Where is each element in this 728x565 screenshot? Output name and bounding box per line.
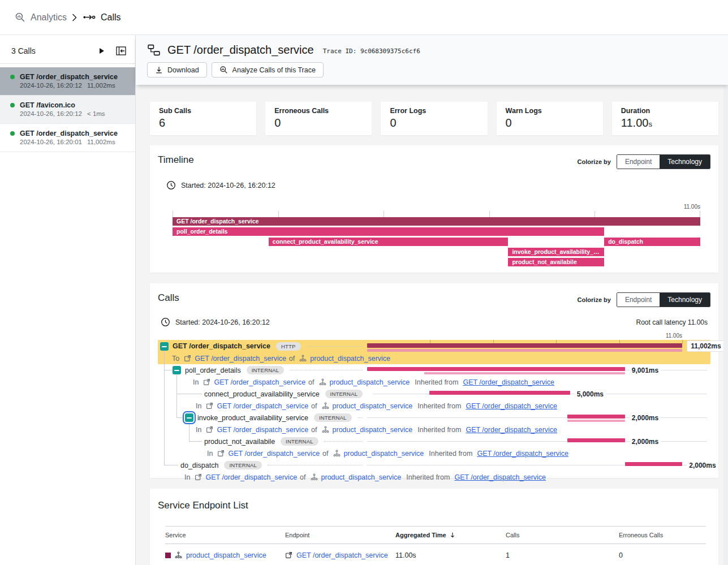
call-row-name-area: invoke_product_availability_serviceINTER… — [158, 412, 367, 424]
call-list-item[interactable]: GET /favicon.ico2024-10-26, 16:20:12< 1m… — [0, 95, 135, 124]
inherited-from-link[interactable]: GET /order_dispatch_service — [466, 426, 557, 434]
column-label: Endpoint — [285, 532, 309, 538]
latency-chart: 2,000ms — [367, 412, 710, 424]
latency-label: 2,000ms — [630, 437, 661, 446]
breadcrumb-analytics[interactable]: Analytics — [31, 12, 67, 23]
column-header-calls[interactable]: Calls — [506, 532, 619, 538]
column-header-endpoint[interactable]: Endpoint — [285, 532, 395, 538]
colorize-option-endpoint[interactable]: Endpoint — [617, 293, 660, 307]
calls-cell: 1 — [506, 551, 619, 559]
call-row[interactable]: connect_product_availability_serviceINTE… — [158, 388, 710, 412]
collapse-toggle[interactable] — [173, 366, 181, 374]
latency-bar — [567, 415, 624, 419]
sidebar-header: 3 Calls — [0, 35, 135, 64]
endpoint-link[interactable]: GET /order_dispatch_service — [296, 551, 388, 559]
inherited-from-link[interactable]: GET /order_dispatch_service — [477, 450, 568, 458]
endpoint-link[interactable]: GET /order_dispatch_service — [217, 426, 308, 434]
stat-label: Error Logs — [390, 107, 478, 115]
service-link[interactable]: product_dispatch_service — [321, 473, 402, 481]
latency-bar-area — [367, 459, 682, 471]
call-list-item[interactable]: GET /order_dispatch_service2024-10-26, 1… — [0, 124, 135, 152]
breadcrumb-calls[interactable]: Calls — [101, 12, 121, 23]
collapse-toggle[interactable] — [160, 342, 169, 351]
call-row[interactable]: product_not_availabileINTERNAL2,000msInG… — [158, 435, 710, 459]
relation-of-label: of — [300, 473, 305, 481]
root-call-latency: Root call latency 11.00s — [636, 318, 708, 326]
call-row[interactable]: poll_order_detailsINTERNAL9,001msInGET /… — [158, 364, 710, 388]
table-row: product_dispatch_serviceGET /order_dispa… — [165, 544, 706, 565]
call-row[interactable]: do_dispatchINTERNAL2,000msInGET /order_d… — [158, 459, 710, 483]
download-button[interactable]: Download — [147, 62, 207, 77]
call-row-relation: InGET /order_dispatch_serviceofproduct_d… — [158, 471, 710, 483]
stats-row: Sub Calls6Erroneous Calls0Error Logs0War… — [150, 102, 718, 135]
column-header-aggregated-time[interactable]: Aggregated Time — [395, 532, 506, 538]
inherited-from-link[interactable]: GET /order_dispatch_service — [466, 402, 557, 410]
call-list-item[interactable]: GET /order_dispatch_service2024-10-26, 1… — [0, 67, 135, 95]
call-row[interactable]: GET /order_dispatch_serviceHTTP11,002msT… — [158, 340, 710, 364]
call-item-timestamp: 2024-10-26, 16:20:12 — [20, 110, 82, 117]
call-item-duration: < 1ms — [87, 110, 105, 117]
service-link[interactable]: product_dispatch_service — [310, 355, 390, 363]
aggregated-time-cell: 11.00s — [395, 551, 506, 559]
column-header-service[interactable]: Service — [165, 532, 285, 538]
minus-icon — [174, 370, 179, 371]
status-dot-icon — [10, 103, 15, 107]
download-icon — [155, 66, 163, 74]
service-icon — [319, 378, 326, 386]
relation-of-label: of — [322, 450, 328, 458]
tree-connector — [176, 417, 185, 418]
column-header-erroneous-calls[interactable]: Erroneous Calls — [619, 532, 706, 538]
service-link[interactable]: product_dispatch_service — [333, 402, 413, 410]
timeline-span-bar[interactable]: product_not_availabile — [508, 258, 604, 266]
timeline-span-bar[interactable]: invoke_product_availability_service — [508, 248, 604, 256]
endpoint-link[interactable]: GET /order_dispatch_service — [205, 473, 297, 481]
service-link[interactable]: product_dispatch_service — [333, 426, 413, 434]
latency-chart: 5,000ms — [373, 388, 710, 400]
timeline-row: GET /order_dispatch_service — [173, 217, 700, 226]
timeline-span-bar[interactable]: connect_product_availability_service — [269, 238, 509, 246]
stat-unit: s — [648, 120, 652, 128]
calls-icon — [83, 14, 96, 20]
analyze-trace-button[interactable]: Analyze Calls of this Trace — [212, 62, 324, 77]
scrollbar[interactable] — [723, 35, 728, 565]
inherited-from-link[interactable]: GET /order_dispatch_service — [454, 473, 546, 481]
collapse-panel-icon[interactable] — [116, 46, 126, 55]
service-link[interactable]: product_dispatch_service — [186, 551, 266, 559]
call-name: invoke_product_availability_service — [197, 414, 308, 422]
analyze-label: Analyze Calls of this Trace — [232, 66, 316, 74]
relation-prefix: In — [196, 402, 201, 410]
service-color-swatch — [165, 553, 171, 558]
play-icon[interactable] — [99, 48, 105, 54]
dotted-leader — [324, 441, 363, 442]
endpoint-link[interactable]: GET /order_dispatch_service — [217, 402, 308, 410]
call-row[interactable]: invoke_product_availability_serviceINTER… — [158, 412, 710, 435]
service-link[interactable]: product_dispatch_service — [330, 378, 410, 386]
call-item-text: GET /favicon.ico2024-10-26, 16:20:12< 1m… — [20, 101, 105, 118]
call-row-name-area: do_dispatchINTERNAL — [158, 459, 367, 471]
timeline-span-bar[interactable]: poll_order_details — [173, 227, 604, 236]
endpoint-link[interactable]: GET /order_dispatch_service — [195, 355, 286, 363]
call-item-title: GET /order_dispatch_service — [20, 72, 118, 81]
call-row-relation: ToGET /order_dispatch_serviceofproduct_d… — [158, 352, 710, 364]
colorize-control: Colorize byEndpointTechnology — [578, 154, 710, 169]
colorize-option-endpoint[interactable]: Endpoint — [617, 155, 660, 169]
trace-id: Trace ID: 9c068309375c6cf6 — [323, 48, 420, 55]
endpoint-link[interactable]: GET /order_dispatch_service — [214, 378, 305, 386]
collapse-toggle[interactable] — [185, 413, 193, 422]
timeline-span-bar[interactable]: GET /order_dispatch_service — [173, 217, 700, 226]
call-row-relation: InGET /order_dispatch_serviceofproduct_d… — [158, 376, 710, 388]
inherited-from-link[interactable]: GET /order_dispatch_service — [463, 378, 554, 386]
latency-bar — [367, 349, 682, 352]
endpoint-link[interactable]: GET /order_dispatch_service — [228, 450, 320, 458]
timeline-title: Timeline — [158, 154, 194, 166]
call-name: do_dispatch — [180, 462, 218, 469]
service-link[interactable]: product_dispatch_service — [344, 450, 424, 458]
call-type-badge: INTERNAL — [281, 437, 318, 446]
colorize-option-technology[interactable]: Technology — [660, 293, 710, 307]
timeline-span-bar[interactable]: do_dispatch — [604, 238, 700, 246]
sort-descending-icon[interactable] — [449, 532, 456, 538]
tree-connector — [189, 441, 202, 442]
colorize-option-technology[interactable]: Technology — [660, 155, 710, 169]
timeline-chart-wrap: 11.00s GET /order_dispatch_servicepoll_o… — [173, 204, 700, 266]
inherited-from-label: Inherited from — [417, 402, 461, 410]
